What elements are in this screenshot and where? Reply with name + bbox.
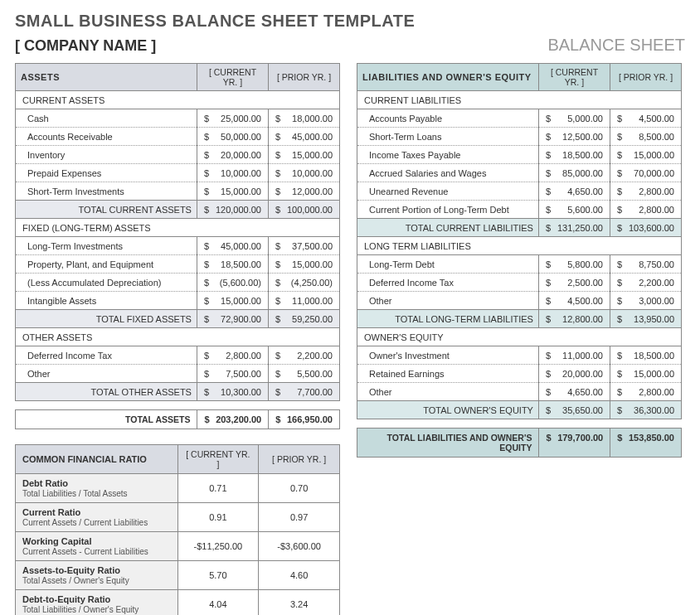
ratio-row: Debt RatioTotal Liabilities / Total Asse… bbox=[16, 474, 340, 503]
ratio-current: 5.70 bbox=[177, 561, 259, 590]
subtotal-row: TOTAL OTHER ASSETS$10,300.00$7,700.00 bbox=[16, 383, 340, 401]
line-current: $25,000.00 bbox=[197, 109, 268, 128]
line-item: Accounts Payable$5,000.00$4,500.00 bbox=[357, 109, 682, 128]
subtotal-label: TOTAL OTHER ASSETS bbox=[16, 383, 197, 401]
line-current: $15,000.00 bbox=[197, 182, 268, 201]
line-current: $11,000.00 bbox=[538, 346, 610, 365]
line-item: Intangible Assets$15,000.00$11,000.00 bbox=[16, 292, 340, 310]
line-current: $7,500.00 bbox=[197, 365, 268, 383]
line-prior: $37,500.00 bbox=[268, 237, 339, 255]
line-item: Prepaid Expenses$10,000.00$10,000.00 bbox=[16, 164, 340, 182]
line-item: Other$7,500.00$5,500.00 bbox=[16, 365, 340, 383]
subtotal-current: $12,800.00 bbox=[538, 310, 610, 328]
line-prior: $15,000.00 bbox=[268, 255, 339, 274]
subtotal-label: TOTAL FIXED ASSETS bbox=[16, 310, 197, 328]
subsection-title: OWNER'S EQUITY bbox=[357, 328, 682, 346]
ratio-label: Debt RatioTotal Liabilities / Total Asse… bbox=[16, 474, 178, 503]
subtotal-prior: $103,600.00 bbox=[610, 219, 681, 237]
line-current: $2,500.00 bbox=[538, 274, 610, 292]
subtotal-current: $120,000.00 bbox=[197, 201, 268, 219]
subtotal-prior: $100,000.00 bbox=[268, 201, 339, 219]
assets-header: ASSETS bbox=[16, 64, 197, 91]
total-liabilities-current: 179,700.00 bbox=[554, 433, 603, 443]
line-label: (Less Accumulated Depreciation) bbox=[16, 274, 197, 292]
subtotal-row: TOTAL CURRENT LIABILITIES$131,250.00$103… bbox=[357, 219, 682, 237]
ratio-label: Current RatioCurrent Assets / Current Li… bbox=[16, 503, 178, 532]
ratio-prior: 0.97 bbox=[259, 503, 340, 532]
subtotal-prior: $13,950.00 bbox=[610, 310, 681, 328]
line-item: Accounts Receivable$50,000.00$45,000.00 bbox=[16, 128, 340, 146]
subtotal-label: TOTAL CURRENT LIABILITIES bbox=[357, 219, 539, 237]
line-current: $4,650.00 bbox=[538, 383, 610, 401]
line-item: Current Portion of Long-Term Debt$5,600.… bbox=[357, 201, 682, 219]
total-assets-prior: 166,950.00 bbox=[284, 414, 333, 424]
line-label: Current Portion of Long-Term Debt bbox=[357, 201, 539, 219]
line-label: Owner's Investment bbox=[357, 346, 539, 365]
line-prior: $18,500.00 bbox=[610, 346, 681, 365]
line-item: Short-Term Investments$15,000.00$12,000.… bbox=[16, 182, 340, 201]
line-label: Inventory bbox=[16, 146, 197, 164]
line-prior: $2,800.00 bbox=[610, 182, 681, 201]
ratio-row: Debt-to-Equity RatioTotal Liabilities / … bbox=[16, 590, 340, 616]
line-label: Accounts Receivable bbox=[16, 128, 197, 146]
line-item: Property, Plant, and Equipment$18,500.00… bbox=[16, 255, 340, 274]
line-label: Other bbox=[357, 292, 539, 310]
ratio-label: Assets-to-Equity RatioTotal Assets / Own… bbox=[16, 561, 178, 590]
liabilities-header: LIABILITIES AND OWNER'S EQUITY bbox=[357, 64, 539, 91]
line-prior: $15,000.00 bbox=[268, 146, 339, 164]
line-prior: $3,000.00 bbox=[610, 292, 681, 310]
ratio-prior: 4.60 bbox=[259, 561, 340, 590]
line-item: Long-Term Investments$45,000.00$37,500.0… bbox=[16, 237, 340, 255]
line-current: $(5,600.00) bbox=[197, 274, 268, 292]
line-label: Short-Term Loans bbox=[357, 128, 539, 146]
line-label: Income Taxes Payable bbox=[357, 146, 539, 164]
line-label: Intangible Assets bbox=[16, 292, 197, 310]
line-label: Prepaid Expenses bbox=[16, 164, 197, 182]
line-label: Unearned Revenue bbox=[357, 182, 539, 201]
subsection-title: FIXED (LONG-TERM) ASSETS bbox=[16, 219, 340, 237]
ratio-prior: -$3,600.00 bbox=[259, 532, 340, 561]
col-current-yr: [ CURRENT YR. ] bbox=[197, 64, 268, 91]
total-assets-label: TOTAL ASSETS bbox=[16, 410, 197, 429]
subtotal-prior: $7,700.00 bbox=[268, 383, 339, 401]
ratio-label: Debt-to-Equity RatioTotal Liabilities / … bbox=[16, 590, 178, 616]
line-prior: $2,800.00 bbox=[610, 201, 681, 219]
line-current: $5,000.00 bbox=[538, 109, 610, 128]
total-liabilities-row: TOTAL LIABILITIES AND OWNER'S EQUITY $17… bbox=[357, 428, 682, 458]
ratio-current: 0.71 bbox=[177, 474, 259, 503]
subtotal-row: TOTAL LONG-TERM LIABILITIES$12,800.00$13… bbox=[357, 310, 682, 328]
line-item: Cash$25,000.00$18,000.00 bbox=[16, 109, 340, 128]
line-item: Other$4,500.00$3,000.00 bbox=[357, 292, 682, 310]
ratios-col-current: [ CURRENT YR. ] bbox=[177, 445, 259, 474]
company-name: [ COMPANY NAME ] bbox=[15, 37, 156, 55]
line-label: Other bbox=[16, 365, 197, 383]
line-item: Income Taxes Payable$18,500.00$15,000.00 bbox=[357, 146, 682, 164]
line-current: $15,000.00 bbox=[197, 292, 268, 310]
line-prior: $8,500.00 bbox=[610, 128, 681, 146]
subtotal-row: TOTAL OWNER'S EQUITY$35,650.00$36,300.00 bbox=[357, 401, 682, 419]
line-current: $5,600.00 bbox=[538, 201, 610, 219]
line-label: Property, Plant, and Equipment bbox=[16, 255, 197, 274]
line-current: $10,000.00 bbox=[197, 164, 268, 182]
line-label: Other bbox=[357, 383, 539, 401]
line-prior: $2,800.00 bbox=[610, 383, 681, 401]
line-current: $5,800.00 bbox=[538, 255, 610, 274]
line-prior: $2,200.00 bbox=[268, 346, 339, 365]
ratio-label: Working CapitalCurrent Assets - Current … bbox=[16, 532, 178, 561]
line-prior: $2,200.00 bbox=[610, 274, 681, 292]
line-item: Long-Term Debt$5,800.00$8,750.00 bbox=[357, 255, 682, 274]
col-prior-yr: [ PRIOR YR. ] bbox=[268, 64, 339, 91]
line-current: $4,500.00 bbox=[538, 292, 610, 310]
subtotal-current: $35,650.00 bbox=[538, 401, 610, 419]
line-item: Accrued Salaries and Wages$85,000.00$70,… bbox=[357, 164, 682, 182]
line-prior: $(4,250.00) bbox=[268, 274, 339, 292]
line-item: Owner's Investment$11,000.00$18,500.00 bbox=[357, 346, 682, 365]
line-current: $45,000.00 bbox=[197, 237, 268, 255]
total-assets-row: TOTAL ASSETS $203,200.00 $166,950.00 bbox=[15, 409, 340, 429]
subtotal-current: $131,250.00 bbox=[538, 219, 610, 237]
line-label: Deferred Income Tax bbox=[357, 274, 539, 292]
ratio-row: Working CapitalCurrent Assets - Current … bbox=[16, 532, 340, 561]
subtotal-label: TOTAL OWNER'S EQUITY bbox=[357, 401, 539, 419]
line-item: Retained Earnings$20,000.00$15,000.00 bbox=[357, 365, 682, 383]
subtotal-current: $72,900.00 bbox=[197, 310, 268, 328]
